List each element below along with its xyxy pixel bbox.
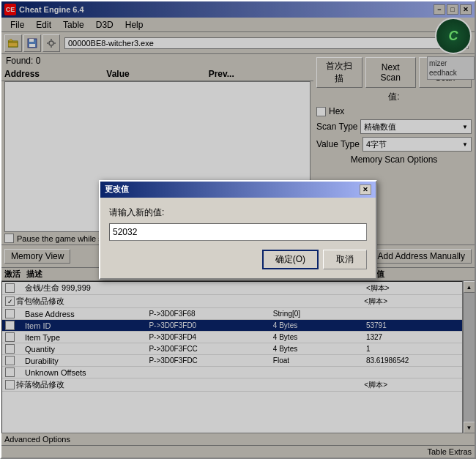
modal-cancel-button[interactable]: 取消: [323, 250, 367, 269]
modal-input[interactable]: [109, 223, 367, 241]
modal-title: 更改值: [105, 184, 129, 195]
modal-ok-button[interactable]: 确定(O): [262, 250, 319, 269]
modal-label: 请输入新的值:: [109, 206, 367, 219]
modal-overlay: 更改值 ✕ 请输入新的值: 确定(O) 取消: [1, 1, 475, 458]
modal-buttons: 确定(O) 取消: [109, 250, 367, 269]
modal-window: 更改值 ✕ 请输入新的值: 确定(O) 取消: [99, 180, 377, 280]
main-window: CE Cheat Engine 6.4 − □ ✕ File Edit Tabl…: [0, 0, 476, 459]
modal-body: 请输入新的值: 确定(O) 取消: [100, 198, 376, 278]
modal-close-button[interactable]: ✕: [360, 184, 371, 195]
modal-titlebar: 更改值 ✕: [100, 182, 376, 198]
